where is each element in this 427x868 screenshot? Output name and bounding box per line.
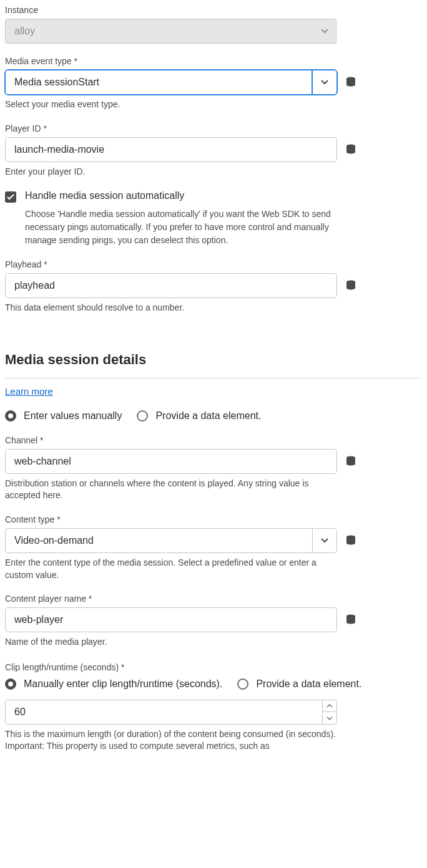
- handle-checkbox[interactable]: [5, 191, 16, 203]
- channel-input[interactable]: [5, 449, 337, 474]
- player-name-help: Name of the media player.: [5, 636, 337, 649]
- mode-manual-radio[interactable]: [5, 410, 16, 422]
- handle-label: Handle media session automatically: [25, 190, 184, 201]
- database-icon[interactable]: [345, 614, 357, 626]
- chevron-down-icon: [326, 716, 333, 720]
- database-icon[interactable]: [345, 455, 357, 468]
- content-type-label: Content type *: [5, 514, 422, 524]
- clip-manual-item[interactable]: Manually enter clip length/runtime (seco…: [5, 678, 222, 690]
- divider: [5, 378, 422, 379]
- media-event-dropdown-button[interactable]: [312, 70, 337, 95]
- clip-manual-label: Manually enter clip length/runtime (seco…: [24, 678, 222, 690]
- clip-spinner: [322, 700, 337, 725]
- playhead-label: Playhead *: [5, 259, 422, 269]
- playhead-field: Playhead * This data element should reso…: [5, 259, 422, 314]
- content-type-field: Content type * Enter the content type of…: [5, 514, 422, 581]
- instance-input[interactable]: [5, 19, 337, 44]
- player-id-help: Enter your player ID.: [5, 166, 337, 178]
- clip-data-radio[interactable]: [237, 678, 248, 690]
- learn-more-link[interactable]: Learn more: [5, 386, 53, 397]
- media-event-help: Select your media event type.: [5, 99, 337, 111]
- mode-data-item[interactable]: Provide a data element.: [137, 410, 261, 422]
- media-event-input[interactable]: [5, 70, 312, 95]
- player-name-input[interactable]: [5, 607, 337, 632]
- check-icon: [7, 194, 14, 200]
- player-name-field: Content player name * Name of the media …: [5, 594, 422, 649]
- mode-manual-label: Enter values manually: [24, 410, 122, 422]
- clip-manual-radio[interactable]: [5, 678, 16, 690]
- clip-data-label: Provide a data element.: [256, 678, 361, 690]
- clip-decrement-button[interactable]: [322, 711, 337, 725]
- handle-desc: Choose 'Handle media session automatical…: [25, 208, 343, 247]
- database-icon[interactable]: [345, 76, 357, 89]
- media-event-label: Media event type *: [5, 56, 422, 66]
- instance-combobox[interactable]: [5, 19, 337, 44]
- section-title: Media session details: [5, 352, 422, 368]
- database-icon[interactable]: [345, 279, 357, 292]
- player-id-input[interactable]: [5, 137, 337, 162]
- chevron-down-icon: [321, 80, 328, 85]
- player-id-field: Player ID * Enter your player ID.: [5, 123, 422, 178]
- content-type-help: Enter the content type of the media sess…: [5, 557, 337, 581]
- clip-data-item[interactable]: Provide a data element.: [237, 678, 361, 690]
- channel-label: Channel *: [5, 435, 422, 445]
- mode-data-radio[interactable]: [137, 410, 148, 422]
- content-type-input[interactable]: [5, 528, 312, 553]
- media-event-combobox[interactable]: [5, 70, 337, 95]
- content-type-combobox[interactable]: [5, 528, 337, 553]
- database-icon[interactable]: [345, 143, 357, 156]
- database-icon[interactable]: [345, 534, 357, 547]
- clip-length-input[interactable]: [5, 700, 322, 725]
- player-name-label: Content player name *: [5, 594, 422, 604]
- mode-data-label: Provide a data element.: [155, 410, 261, 422]
- clip-increment-button[interactable]: [322, 700, 337, 712]
- handle-field: Handle media session automatically Choos…: [5, 190, 422, 247]
- mode-manual-item[interactable]: Enter values manually: [5, 410, 122, 422]
- clip-length-label: Clip length/runtime (seconds) *: [5, 662, 422, 672]
- playhead-help: This data element should resolve to a nu…: [5, 302, 337, 314]
- channel-help: Distribution station or channels where t…: [5, 478, 337, 502]
- clip-length-help: This is the maximum length (or duration)…: [5, 728, 337, 753]
- clip-length-numfield[interactable]: [5, 700, 337, 725]
- chevron-down-icon: [321, 538, 328, 543]
- channel-field: Channel * Distribution station or channe…: [5, 435, 422, 502]
- playhead-input[interactable]: [5, 273, 337, 298]
- chevron-down-icon: [321, 29, 328, 34]
- player-id-label: Player ID *: [5, 123, 422, 133]
- instance-dropdown-button[interactable]: [312, 19, 337, 44]
- content-type-dropdown-button[interactable]: [312, 528, 337, 553]
- instance-field: Instance: [5, 5, 422, 44]
- clip-length-field: Clip length/runtime (seconds) * Manually…: [5, 662, 422, 753]
- mode-radio-group: Enter values manually Provide a data ele…: [5, 410, 422, 422]
- chevron-up-icon: [326, 704, 333, 708]
- media-event-field: Media event type * Select your media eve…: [5, 56, 422, 111]
- instance-label: Instance: [5, 5, 422, 15]
